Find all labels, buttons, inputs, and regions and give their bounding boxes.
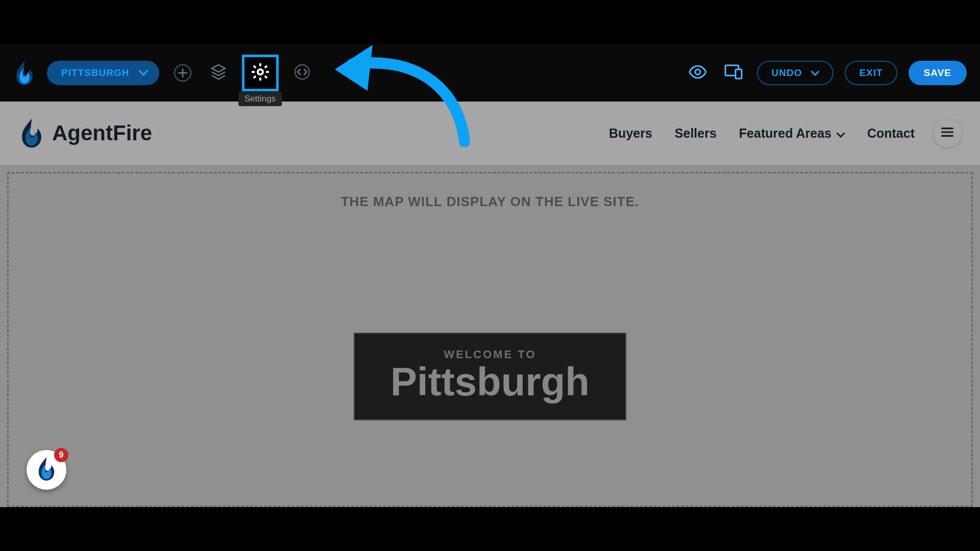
eye-icon — [689, 65, 707, 81]
code-icon — [294, 64, 310, 82]
gear-icon — [251, 63, 270, 83]
responsive-button[interactable] — [721, 61, 746, 85]
svg-rect-1 — [259, 78, 261, 81]
agentfire-logo-icon[interactable] — [13, 60, 36, 86]
agentfire-logo-icon — [18, 117, 45, 149]
site-nav: Buyers Sellers Featured Areas Contact — [609, 126, 915, 141]
chevron-down-icon — [811, 67, 819, 79]
chevron-down-icon — [139, 70, 148, 76]
svg-rect-13 — [941, 131, 953, 133]
chevron-down-icon — [837, 126, 845, 141]
editor-canvas: AgentFire Buyers Sellers Featured Areas … — [0, 102, 980, 507]
save-button[interactable]: SAVE — [909, 61, 967, 85]
undo-label: UNDO — [771, 67, 802, 79]
svg-rect-11 — [736, 69, 742, 79]
nav-link-contact[interactable]: Contact — [867, 126, 915, 141]
svg-rect-6 — [264, 65, 267, 68]
nav-link-featured[interactable]: Featured Areas — [739, 126, 845, 141]
site-header: AgentFire Buyers Sellers Featured Areas … — [0, 102, 980, 165]
letterbox-bottom — [0, 507, 980, 551]
svg-rect-7 — [253, 75, 256, 79]
code-button[interactable] — [290, 61, 314, 85]
svg-rect-14 — [941, 135, 953, 137]
map-placeholder: THE MAP WILL DISPLAY ON THE LIVE SITE. W… — [7, 172, 973, 507]
hamburger-icon — [941, 128, 953, 139]
devices-icon — [724, 64, 743, 82]
site-brand[interactable]: AgentFire — [18, 117, 152, 149]
svg-rect-0 — [259, 63, 261, 66]
brand-name: AgentFire — [52, 121, 152, 145]
settings-tooltip: Settings — [238, 92, 282, 106]
layers-button[interactable] — [206, 61, 231, 85]
exit-button[interactable]: EXIT — [845, 61, 897, 85]
layers-icon — [210, 63, 227, 83]
notification-badge: 9 — [54, 448, 68, 462]
help-launcher[interactable]: 9 — [27, 450, 66, 490]
map-placeholder-text: THE MAP WILL DISPLAY ON THE LIVE SITE. — [9, 194, 971, 210]
svg-rect-12 — [941, 128, 953, 129]
preview-button[interactable] — [685, 61, 710, 85]
svg-point-9 — [695, 69, 700, 74]
nav-link-buyers[interactable]: Buyers — [609, 126, 652, 141]
hamburger-menu-button[interactable] — [933, 119, 962, 147]
save-label: SAVE — [924, 67, 951, 79]
settings-button[interactable]: Settings — [242, 55, 279, 91]
add-block-button[interactable] — [170, 61, 195, 85]
plus-circle-icon — [174, 64, 191, 82]
svg-rect-3 — [266, 71, 269, 73]
undo-dropdown[interactable]: UNDO — [757, 61, 834, 85]
exit-label: EXIT — [859, 67, 883, 79]
letterbox-top — [0, 0, 980, 44]
hero-card[interactable]: WELCOME TO Pittsburgh — [354, 333, 626, 420]
svg-rect-5 — [264, 75, 267, 79]
editor-toolbar: PITTSBURGH — [0, 44, 980, 102]
page-selector-dropdown[interactable]: PITTSBURGH — [47, 61, 159, 85]
nav-link-featured-label: Featured Areas — [739, 126, 831, 141]
svg-rect-4 — [253, 65, 256, 68]
page-selector-label: PITTSBURGH — [61, 67, 130, 79]
nav-link-sellers[interactable]: Sellers — [675, 126, 717, 141]
agentfire-logo-icon — [36, 456, 57, 484]
svg-rect-2 — [252, 71, 255, 73]
hero-title: Pittsburgh — [390, 361, 590, 403]
